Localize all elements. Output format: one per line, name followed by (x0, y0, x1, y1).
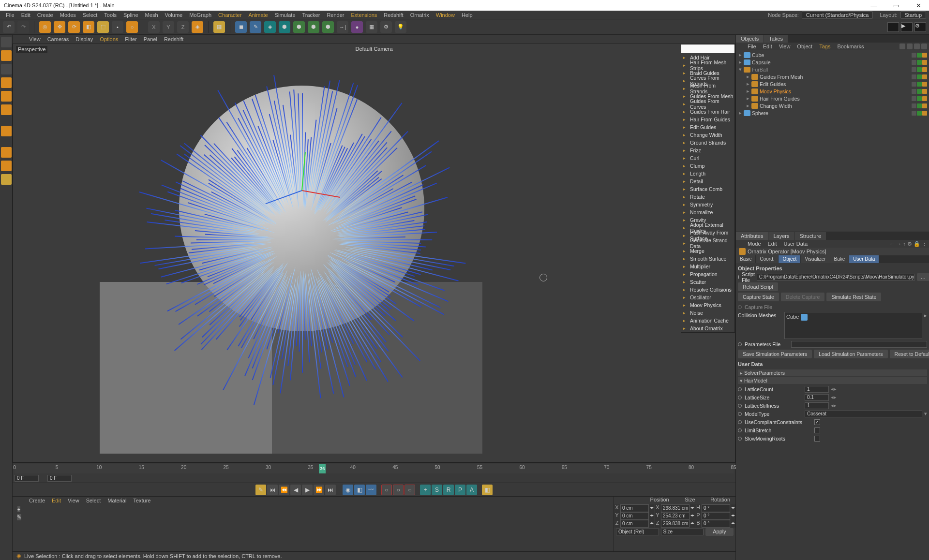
delete-capture-button[interactable]: Delete Capture (781, 293, 825, 301)
close-button[interactable]: ✕ (912, 2, 925, 9)
menu-simulate[interactable]: Simulate (272, 11, 299, 19)
ctx-length[interactable]: Length (681, 170, 734, 177)
next-key-icon[interactable]: ⏩ (314, 485, 324, 495)
ctx-propagation[interactable]: Propagation (681, 270, 734, 278)
axis-mode-icon[interactable] (1, 126, 12, 136)
scriptfile-input[interactable]: C:\ProgramData\Ephere\OrnatrixC4DR24\Scr… (757, 274, 915, 280)
menu-edit[interactable]: Edit (18, 11, 33, 19)
menu-select[interactable]: Select (80, 11, 101, 19)
object-mode-icon[interactable] (1, 50, 12, 61)
om-menu-file[interactable]: File (745, 43, 759, 50)
render-queue-icon[interactable]: ⚙ (914, 22, 926, 32)
ctx-oscillator[interactable]: Oscillator (681, 294, 734, 301)
vp-menu-cameras[interactable]: Cameras (45, 36, 72, 43)
ctx-detail[interactable]: Detail (681, 177, 734, 185)
texture-mode-icon[interactable] (1, 64, 12, 74)
render-view-icon[interactable]: 💡 (395, 21, 406, 33)
menu-mesh[interactable]: Mesh (142, 11, 161, 19)
mat-menu-material[interactable]: Material (105, 497, 129, 504)
attr-menu-edit[interactable]: Edit (765, 240, 780, 247)
subtab-user data[interactable]: User Data (849, 255, 879, 263)
attr-menu-mode[interactable]: Mode (745, 240, 764, 247)
save-sim-button[interactable]: Save Simulation Parameters (738, 350, 812, 358)
rotate-icon[interactable]: ⟳ (68, 21, 80, 33)
render-settings-icon[interactable]: ⚙ (380, 21, 392, 33)
snap-icon[interactable] (1, 161, 12, 171)
workplane-icon[interactable] (1, 174, 12, 185)
ctx-smooth-surface[interactable]: Smooth Surface (681, 255, 734, 263)
z-axis-icon[interactable]: Z (177, 21, 189, 33)
menu-character[interactable]: Character (215, 11, 244, 19)
om-menu-view[interactable]: View (776, 43, 794, 50)
vp-menu-view[interactable]: View (26, 36, 44, 43)
reload-script-button[interactable]: Reload Script (738, 282, 778, 291)
asset-browser-icon[interactable]: ▦ (213, 21, 225, 33)
scale-icon[interactable]: ◧ (83, 21, 94, 33)
solver-section[interactable]: SolverParameters (738, 369, 927, 376)
mat-menu-view[interactable]: View (65, 497, 82, 504)
ctx-hair-from-guides[interactable]: Hair From Guides (681, 116, 734, 123)
ctx-change-width[interactable]: Change Width (681, 131, 734, 139)
ctx-clump[interactable]: Clump (681, 162, 734, 170)
ctx-guides-from-hair[interactable]: Guides From Hair (681, 108, 734, 116)
mat-menu-texture[interactable]: Texture (130, 497, 153, 504)
start-frame-input[interactable]: 0 F (15, 475, 39, 482)
move-icon[interactable]: ✥ (54, 21, 65, 33)
render-region-icon[interactable] (887, 22, 899, 32)
menu-create[interactable]: Create (34, 11, 56, 19)
tree-item-hair-from-guides[interactable]: ▸ Hair From Guides (736, 95, 929, 102)
menu-tools[interactable]: Tools (101, 11, 120, 19)
menu-modes[interactable]: Modes (57, 11, 79, 19)
material-edit-icon[interactable]: ✎ (17, 514, 21, 520)
rec-pos-icon[interactable]: ○ (381, 485, 392, 495)
ctx-rotate[interactable]: Rotate (681, 193, 734, 201)
edge-mode-icon[interactable] (1, 91, 12, 102)
menu-volume[interactable]: Volume (162, 11, 186, 19)
ctx-scatter[interactable]: Scatter (681, 278, 734, 286)
key-interp-icon[interactable]: 〰 (366, 485, 376, 495)
ctx-noise[interactable]: Noise (681, 309, 734, 317)
ctx-ground-strands[interactable]: Ground Strands (681, 139, 734, 147)
render-pv-icon[interactable]: ▶ (901, 22, 913, 32)
tree-item-cube[interactable]: ▸ Cube (736, 51, 929, 59)
load-sim-button[interactable]: Load Simulation Parameters (814, 350, 888, 358)
attr-menu-user-data[interactable]: User Data (781, 240, 811, 247)
key-s-icon[interactable]: S (432, 485, 442, 495)
coord-mode-select[interactable]: Object (Rel) (616, 529, 659, 535)
scene-icon[interactable]: ⬢ (308, 21, 319, 33)
menu-search-input[interactable] (681, 44, 734, 53)
eye-icon[interactable] (921, 44, 927, 49)
object-tree[interactable]: ▸ Cube ▸ Capsule ▾ FurBall ▸ Guides From… (736, 50, 929, 232)
generator-icon[interactable]: ◈ (264, 21, 276, 33)
subtab-bake[interactable]: Bake (830, 255, 849, 263)
home-icon[interactable] (907, 44, 913, 49)
lasso-icon[interactable]: ○ (126, 21, 138, 33)
menu-tracker[interactable]: Tracker (300, 11, 323, 19)
viewport-camera-label[interactable]: Default Camera (355, 46, 392, 52)
objects-tab[interactable]: Objects (736, 35, 764, 43)
vp-menu-panel[interactable]: Panel (141, 36, 160, 43)
mat-menu-edit[interactable]: Edit (49, 497, 64, 504)
model-mode-icon[interactable] (1, 37, 12, 47)
vp-menu-display[interactable]: Display (73, 36, 96, 43)
tree-item-furball[interactable]: ▾ FurBall (736, 66, 929, 73)
subtab-object[interactable]: Object (779, 255, 800, 263)
goto-start-icon[interactable]: ⏮ (267, 485, 278, 495)
record-key-icon[interactable]: ◉ (343, 485, 353, 495)
live-selection-icon[interactable]: ◎ (39, 21, 51, 33)
menu-redshift[interactable]: Redshift (381, 11, 406, 19)
subtab-visualizer[interactable]: Visualizer (801, 255, 829, 263)
field-icon[interactable]: ⬢ (279, 21, 290, 33)
takes-tab[interactable]: Takes (764, 35, 788, 43)
axis-gizmo[interactable] (302, 190, 302, 191)
tree-item-edit-guides[interactable]: ▸ Edit Guides (736, 80, 929, 88)
apply-button[interactable]: Apply (705, 528, 734, 536)
rec-scale-icon[interactable]: ○ (405, 485, 415, 495)
menu-spline[interactable]: Spline (120, 11, 141, 19)
mograph-icon[interactable]: ⬢ (322, 21, 334, 33)
ctx-generate-strand-data[interactable]: Generate Strand Data (681, 239, 734, 247)
reset-default-button[interactable]: Reset to Default Values (890, 350, 929, 358)
om-menu-object[interactable]: Object (794, 43, 815, 50)
ctx-multiplier[interactable]: Multiplier (681, 263, 734, 270)
vp-menu-filter[interactable]: Filter (122, 36, 139, 43)
